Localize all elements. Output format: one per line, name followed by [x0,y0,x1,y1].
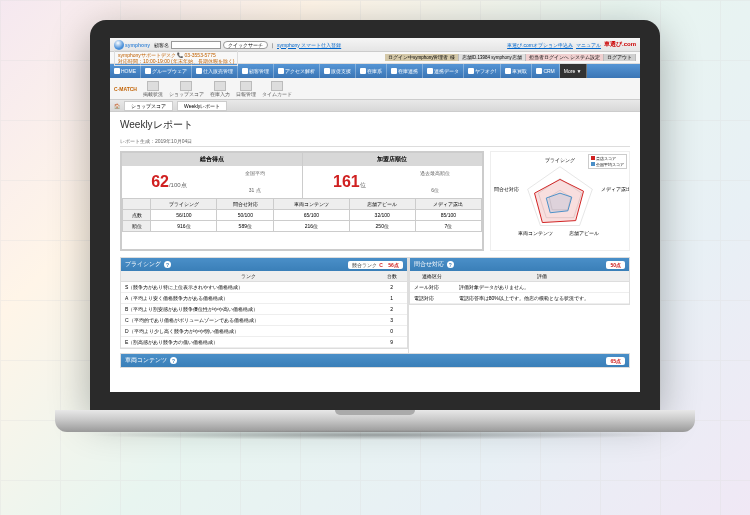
table-row: A（平均より安く価格競争力がある価格構成）1 [121,293,407,304]
nav-sales[interactable]: 仕入販売管理 [192,64,238,78]
bc-home-icon[interactable]: 🏠 [114,103,120,109]
nav-buy[interactable]: 車買取 [501,64,532,78]
admin-link[interactable]: 担当者ログインへ システム設定 [526,54,604,61]
tool-cmatch[interactable]: C-MATCH [114,86,137,92]
table-row: メール対応評価対象データがありません。 [410,282,629,293]
generation-date: レポート生成：2019年10月04日 [120,136,630,147]
pricing-section: プライシング? 競合ランク C 56点 ランク台数 S（競争力があり特に上位表示… [120,257,408,349]
vehicle-content-section: 車両コンテンツ? 65点 [120,353,630,368]
main-nav: HOME グループウェア 仕入販売管理 顧客管理 アクセス解析 販促支援 在庫系… [110,64,640,78]
page-title: Weeklyレポート [120,118,630,132]
pricing-title: プライシング [125,260,161,269]
user-bar: ログイン中symphony管理者 様 店舗ID.13984 symphony店舗… [385,54,636,61]
score-breakdown-table: プライシング問合せ対応車両コンテンツ店舗アピールメディア露出 点数56/1005… [122,198,482,232]
pricing-table: ランク台数 S（競争力があり特に上位表示されやすい価格構成）2 A（平均より安く… [121,271,407,348]
inventory-icon [360,68,366,74]
link-icon [391,68,397,74]
bc-shopscore[interactable]: ショップスコア [124,101,173,111]
tool-shopscore[interactable]: ショップスコア [169,81,204,97]
search-label: 顧客名 [154,42,169,48]
bc-weekly[interactable]: Weeklyレポート [177,101,227,111]
info-icon[interactable]: ? [447,261,454,268]
customer-icon [242,68,248,74]
shopscore-icon [180,81,192,91]
status-icon [147,81,159,91]
crm-icon [536,68,542,74]
breadcrumb: 🏠 ショップスコア Weeklyレポート [110,100,640,112]
total-score-header: 総合得点 [122,153,302,166]
login-user: ログイン中symphony管理者 様 [385,54,459,61]
tool-stock[interactable]: 在庫入力 [210,81,230,97]
total-score-value: 62 [151,173,169,190]
laptop-base [55,410,695,432]
shop-id: 店舗ID.13984 symphony店舗 [459,54,526,61]
stock-icon [214,81,226,91]
table-row: B（平均より割安感があり競争優位性がやや高い価格構成）2 [121,304,407,315]
access-icon [278,68,284,74]
laptop-mockup: symphony 顧客名 クイックサーチ ｜ symphony スマート仕入登録… [90,20,660,480]
manual-link[interactable]: マニュアル [576,42,601,48]
nav-yahoo[interactable]: ヤフオク! [464,64,501,78]
app-screen: symphony 顧客名 クイックサーチ ｜ symphony スマート仕入登録… [110,38,640,392]
report-icon [240,81,252,91]
timecard-icon [271,81,283,91]
nav-link[interactable]: 在庫連携 [387,64,423,78]
data-icon [427,68,433,74]
tool-report[interactable]: 日報管理 [236,81,256,97]
nav-customer[interactable]: 顧客管理 [238,64,274,78]
brand-right: 車選び.com [604,40,636,49]
main-content: Weeklyレポート レポート生成：2019年10月04日 総合得点 62/10… [110,112,640,378]
promo-icon [324,68,330,74]
tool-timecard[interactable]: タイムカード [262,81,292,97]
svg-text:メディア露出: メディア露出 [601,186,629,192]
info-icon[interactable]: ? [164,261,171,268]
table-row: D（平均より少し高く競争力がやや弱い価格構成）0 [121,326,407,337]
table-row: E（割高感があり競争力の低い価格構成）9 [121,337,407,348]
radar-chart: 貴店スコア 全国平均スコア プライシング メディア露出 店舗アピール 車両コンテ… [490,151,630,251]
svg-text:車両コンテンツ: 車両コンテンツ [518,230,553,236]
nav-access[interactable]: アクセス解析 [274,64,320,78]
rank-value: 161 [333,173,360,190]
nav-more[interactable]: More ▼ [560,64,587,78]
inquiry-title: 問合せ対応 [414,260,444,269]
inquiry-section: 問合せ対応? 50点 連絡区分評価 メール対応評価対象データがありません。 電話… [409,257,630,305]
search-input[interactable] [171,41,221,49]
radar-legend: 貴店スコア 全国平均スコア [588,154,627,169]
rank-header: 加盟店順位 [303,153,483,166]
smart-purchase-link[interactable]: symphony スマート仕入登録 [277,42,341,48]
nav-inventory[interactable]: 在庫系 [356,64,387,78]
buy-icon [505,68,511,74]
svg-text:プライシング: プライシング [545,157,576,163]
logout-button[interactable]: ログアウト [604,54,636,61]
svg-text:問合せ対応: 問合せ対応 [494,186,519,192]
table-row: 電話対応電話応答率は80%以上です。他店の模範となる状況です。 [410,293,629,304]
nav-home[interactable]: HOME [110,64,141,78]
groupware-icon [145,68,151,74]
info-icon[interactable]: ? [170,357,177,364]
nav-groupware[interactable]: グループウェア [141,64,192,78]
tool-status[interactable]: 掲載状況 [143,81,163,97]
table-row: C（平均的であり価格がボリュームゾーンである価格構成）3 [121,315,407,326]
inquiry-table: 連絡区分評価 メール対応評価対象データがありません。 電話対応電話応答率は80%… [410,271,629,304]
sales-icon [196,68,202,74]
score-summary: 総合得点 62/100点 全国平均31 点 加盟店順位 161位 過去最高順位6… [120,151,484,251]
nav-crm[interactable]: CRM [532,64,559,78]
option-link[interactable]: 車選び.comオプション申込み [507,42,573,48]
yahoo-icon [468,68,474,74]
info-bar: symphonyサポートデスク 📞 03-3553-5775対応時間：10:00… [110,52,640,64]
logo-icon [114,40,124,50]
toolbar: C-MATCH 掲載状況 ショップスコア 在庫入力 日報管理 タイムカード [110,78,640,100]
quick-search-button[interactable]: クイックサーチ [223,41,268,49]
nav-promo[interactable]: 販促支援 [320,64,356,78]
nav-data[interactable]: 連携データ [423,64,464,78]
home-icon [114,68,120,74]
vcontent-title: 車両コンテンツ [125,356,167,365]
table-row: S（競争力があり特に上位表示されやすい価格構成）2 [121,282,407,293]
svg-text:店舗アピール: 店舗アピール [570,230,600,236]
